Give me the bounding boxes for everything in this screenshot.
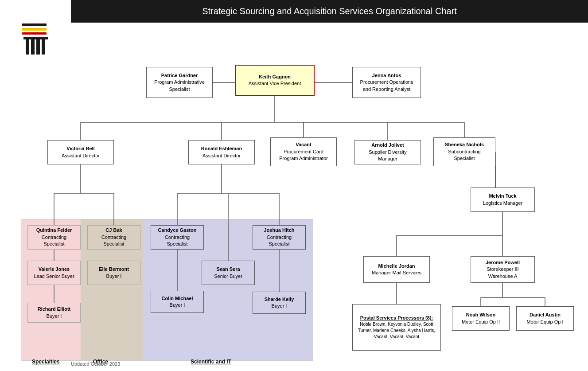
footer-text: Updated October 2023 xyxy=(71,361,120,367)
node-jerome: Jerome Powell Storekeeper III Warehouse … xyxy=(471,256,535,283)
svg-rect-7 xyxy=(22,23,47,26)
node-cjbak: CJ Bak Contracting Specialist xyxy=(87,225,140,250)
node-richard: Richard Elliott Buyer I xyxy=(27,303,81,323)
node-sharde: Sharde Kelly Buyer I xyxy=(253,292,306,314)
node-valerie: Valerie Jones Lead Senior Buyer xyxy=(27,261,81,285)
node-arnold: Arnold Jolivet Supplier Diversity Manage… xyxy=(354,140,421,164)
node-noah: Noah Wilson Motor Equip Op II xyxy=(452,306,510,331)
node-ronald: Ronald Eshleman Assistant Director xyxy=(188,140,255,164)
node-keith: Keith Gagnon Assistant Vice President xyxy=(235,65,315,96)
node-daniel: Daniel Austin Motor Equip Op I xyxy=(516,306,574,331)
node-vacant: Vacant Procurement Card Program Administ… xyxy=(270,137,337,166)
label-specialties: Specialties xyxy=(32,359,60,365)
node-melvin: Melvin Tuck Logistics Manager xyxy=(471,187,535,212)
node-joshua: Joshua Hitch Contracting Specialist xyxy=(253,225,306,250)
node-sean: Sean Sera Senior Buyer xyxy=(202,261,255,285)
page-title: Strategic Sourcing and Acquisition Servi… xyxy=(71,0,588,23)
node-jenna: Jenna Antos Procurement Operations and R… xyxy=(352,67,421,98)
node-sheneka: Sheneka Nichols Subcontracting Specialis… xyxy=(433,137,495,166)
node-patrice: Patrice Gardner Program Administrative S… xyxy=(146,67,213,98)
node-victoria: Victoria Bell Assistant Director xyxy=(47,140,114,164)
node-candyce: Candyce Gaston Contracting Specialist xyxy=(151,225,204,250)
node-quintina: Quintina Felder Contracting Specialist xyxy=(27,225,81,250)
node-colin: Colin Michael Buyer I xyxy=(151,291,204,313)
node-michelle: Michelle Jordan Manager Mail Services xyxy=(363,256,430,283)
label-scientific: Scientific and IT xyxy=(191,359,231,365)
node-postal: Postal Services Processors (8): Noble Br… xyxy=(352,304,441,351)
org-chart: Keith Gagnon Assistant Vice President Pa… xyxy=(0,27,588,49)
node-elle: Elle Bermont Buyer I xyxy=(87,261,140,285)
